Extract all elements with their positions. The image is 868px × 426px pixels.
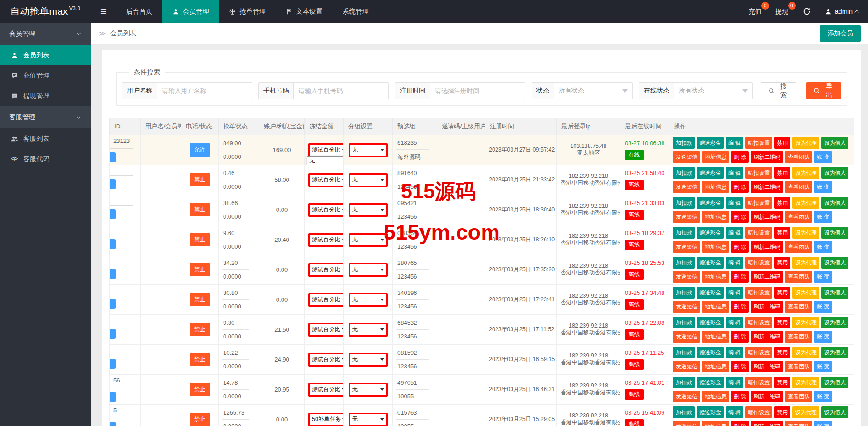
action-button[interactable]: 账 变 [814, 211, 832, 223]
action-button[interactable]: 暗扣设置 [745, 377, 772, 388]
sidebar-item[interactable]: </>客服代码 [0, 149, 91, 169]
action-button[interactable]: 刷新二维码 [751, 181, 783, 193]
preselect-select[interactable]: 无 [349, 323, 388, 337]
export-button[interactable]: 导 出 [806, 82, 841, 99]
action-button[interactable]: 赠送彩金 [697, 167, 724, 179]
action-button[interactable]: 地址信息 [702, 181, 729, 193]
action-button[interactable]: 赠送彩金 [697, 406, 724, 418]
action-button[interactable]: 账 变 [814, 421, 832, 426]
action-button[interactable]: 编 辑 [726, 377, 743, 388]
action-button[interactable]: 发送短信 [673, 391, 700, 402]
group-select[interactable]: 测试百分比 [308, 143, 344, 157]
action-button[interactable]: 设为假人 [821, 287, 848, 299]
select-field[interactable]: 所有状态 [674, 83, 752, 99]
action-button[interactable]: 编 辑 [726, 227, 743, 239]
action-button[interactable]: 删 除 [731, 241, 749, 253]
action-button[interactable]: 地址信息 [702, 241, 729, 253]
group-select[interactable]: 测试百分比 [308, 173, 344, 187]
action-button[interactable]: 禁用 [774, 377, 790, 388]
action-button[interactable]: 查看团队 [785, 361, 812, 372]
action-button[interactable]: 设为假人 [821, 347, 848, 358]
action-button[interactable]: 暗扣设置 [745, 197, 772, 209]
group-select[interactable]: 测试百分比 [308, 203, 344, 217]
action-button[interactable]: 删 除 [731, 181, 749, 193]
action-button[interactable]: 查看团队 [785, 331, 812, 343]
group-select[interactable]: 50补单任务 [308, 413, 344, 426]
action-button[interactable]: 加扣款 [673, 317, 695, 328]
group-select[interactable]: 测试百分比 [308, 353, 344, 367]
recharge-nav-item[interactable]: 充值 0 [749, 7, 762, 16]
action-button[interactable]: 刷新二维码 [751, 421, 783, 426]
action-button[interactable]: 地址信息 [702, 361, 729, 372]
action-button[interactable]: 设为假人 [821, 317, 848, 328]
action-button[interactable]: 删 除 [731, 331, 749, 343]
action-button[interactable]: 禁用 [774, 197, 790, 209]
action-button[interactable]: 查看团队 [785, 391, 812, 402]
action-button[interactable]: 设为假人 [821, 197, 848, 209]
action-button[interactable]: 发送短信 [673, 421, 700, 426]
action-button[interactable]: 发送短信 [673, 271, 700, 283]
search-input[interactable] [430, 83, 525, 99]
preselect-select[interactable]: 无 [349, 143, 388, 157]
action-button[interactable]: 禁用 [774, 257, 790, 269]
action-button[interactable]: 删 除 [731, 271, 749, 283]
action-button[interactable]: 加扣款 [673, 377, 695, 388]
action-button[interactable]: 账 变 [814, 151, 832, 163]
action-button[interactable]: 加扣款 [673, 227, 695, 239]
hamburger-icon[interactable]: ≡ [91, 0, 116, 23]
action-button[interactable]: 设为代理 [792, 317, 819, 328]
top-nav-item[interactable]: 文本设置 [276, 0, 332, 23]
status-button[interactable]: 禁止 [190, 413, 210, 426]
action-button[interactable]: 账 变 [814, 301, 832, 313]
action-button[interactable]: 设为假人 [821, 377, 848, 388]
action-button[interactable]: 禁用 [774, 347, 790, 358]
action-button[interactable]: 删 除 [731, 211, 749, 223]
action-button[interactable]: 暗扣设置 [745, 406, 772, 418]
action-button[interactable]: 地址信息 [702, 421, 729, 426]
sidebar-item[interactable]: 充值管理 [0, 65, 91, 86]
action-button[interactable]: 禁用 [774, 317, 790, 328]
status-button[interactable]: 禁止 [190, 353, 210, 366]
add-member-button[interactable]: 添加会员 [820, 25, 861, 42]
action-button[interactable]: 账 变 [814, 361, 832, 372]
action-button[interactable]: 刷新二维码 [751, 151, 783, 163]
action-button[interactable]: 发送短信 [673, 211, 700, 223]
status-button[interactable]: 禁止 [190, 233, 210, 246]
action-button[interactable]: 编 辑 [726, 137, 743, 149]
action-button[interactable]: 设为代理 [792, 406, 819, 418]
action-button[interactable]: 编 辑 [726, 347, 743, 358]
action-button[interactable]: 设为假人 [821, 137, 848, 149]
preselect-select[interactable]: 无 [349, 383, 388, 397]
action-button[interactable]: 查看团队 [785, 301, 812, 313]
status-button[interactable]: 禁止 [190, 263, 210, 276]
select-field[interactable]: 所有状态 [554, 83, 632, 99]
action-button[interactable]: 暗扣设置 [745, 137, 772, 149]
action-button[interactable]: 账 变 [814, 241, 832, 253]
action-button[interactable]: 设为假人 [821, 167, 848, 179]
action-button[interactable]: 发送短信 [673, 301, 700, 313]
action-button[interactable]: 发送短信 [673, 241, 700, 253]
action-button[interactable]: 赠送彩金 [697, 197, 724, 209]
search-button[interactable]: 搜 索 [761, 82, 796, 99]
action-button[interactable]: 设为代理 [792, 167, 819, 179]
action-button[interactable]: 发送短信 [673, 151, 700, 163]
action-button[interactable]: 账 变 [814, 331, 832, 343]
action-button[interactable]: 暗扣设置 [745, 257, 772, 269]
action-button[interactable]: 地址信息 [702, 211, 729, 223]
action-button[interactable]: 地址信息 [702, 331, 729, 343]
action-button[interactable]: 账 变 [814, 391, 832, 402]
group-select[interactable]: 测试百分比 [308, 263, 344, 277]
status-button[interactable]: 禁止 [190, 293, 210, 306]
sidebar-section-header[interactable]: 客服管理 [0, 106, 91, 128]
action-button[interactable]: 发送短信 [673, 331, 700, 343]
preselect-select[interactable]: 无 [349, 263, 388, 277]
action-button[interactable]: 查看团队 [785, 421, 812, 426]
action-button[interactable]: 加扣款 [673, 257, 695, 269]
action-button[interactable]: 地址信息 [702, 151, 729, 163]
top-nav-item[interactable]: 后台首页 [116, 0, 162, 23]
action-button[interactable]: 加扣款 [673, 137, 695, 149]
status-button[interactable]: 禁止 [190, 323, 210, 336]
action-button[interactable]: 暗扣设置 [745, 317, 772, 328]
status-button[interactable]: 允许 [190, 143, 210, 157]
withdraw-nav-item[interactable]: 提现 0 [775, 7, 789, 16]
